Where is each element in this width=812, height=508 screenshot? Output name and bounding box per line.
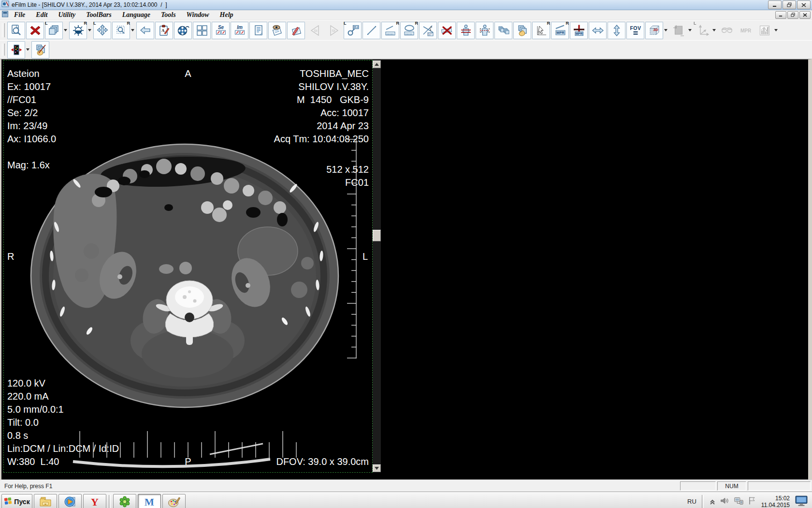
view-3d-dropdown[interactable]	[663, 22, 668, 39]
overlay-line: Tilt: 0.0	[7, 416, 119, 429]
measure-distance-button[interactable]: R	[381, 22, 399, 39]
taskbar-separator	[109, 495, 111, 508]
mpr-cross-icon: MPR	[573, 24, 585, 37]
language-indicator[interactable]: RU	[687, 498, 696, 505]
open-images-button[interactable]	[7, 22, 25, 39]
histogram-dropdown[interactable]	[773, 22, 779, 39]
collapse-image-dropdown[interactable]	[25, 42, 30, 58]
taskbar: Пуск YM RU 15:02 11.04.2015	[0, 492, 812, 508]
volume-icon[interactable]	[719, 495, 730, 508]
orientation-cube-dropdown[interactable]	[711, 22, 717, 39]
image-selector-button[interactable]: Im	[231, 22, 248, 39]
overlay-line: SHILOV I.V.38Y.	[274, 80, 369, 93]
edit-report-button[interactable]	[287, 22, 305, 39]
measure-ellipse-mouse-badge: R	[415, 21, 419, 26]
stack-scroll-button[interactable]	[31, 41, 49, 59]
clock[interactable]: 15:02 11.04.2015	[761, 495, 790, 508]
close-images-button[interactable]	[26, 22, 44, 39]
probe-button[interactable]: 35.2L	[344, 22, 362, 39]
flip-horizontal-button[interactable]	[589, 22, 607, 39]
view-report-button[interactable]	[268, 22, 286, 39]
flag-icon[interactable]	[747, 495, 757, 508]
scout-lines-button[interactable]	[457, 22, 475, 39]
child-restore-button[interactable]	[787, 11, 798, 19]
tile-images-button[interactable]	[193, 22, 211, 39]
empty-viewport[interactable]	[381, 60, 808, 472]
toolbar-grip[interactable]	[2, 44, 5, 56]
close-button[interactable]	[797, 0, 811, 9]
series-selector-button[interactable]: Se	[212, 22, 230, 39]
overlay-line	[7, 146, 56, 159]
icq-taskbar-button[interactable]	[113, 494, 136, 508]
show-desktop-icon[interactable]	[794, 494, 809, 508]
link-series-button[interactable]	[494, 22, 512, 39]
pan-mouse-badge: L	[93, 21, 96, 26]
cursor-3d-button[interactable]: R	[532, 22, 550, 39]
menu-tools[interactable]: Tools	[156, 11, 181, 19]
annotations-button[interactable]: A	[155, 22, 173, 39]
scrollbar-thumb[interactable]	[373, 230, 381, 241]
window-level-dropdown[interactable]	[87, 22, 92, 39]
network-icon[interactable]	[733, 495, 744, 508]
stack-hand-pen-icon	[34, 44, 47, 56]
mpr-orthogonal-button[interactable]: MPR	[570, 22, 588, 39]
cine-button[interactable]	[174, 22, 192, 39]
delete-measurements-button[interactable]	[438, 22, 456, 39]
status-cell-2	[748, 481, 811, 491]
svg-text:Y: Y	[91, 496, 99, 508]
browse-stack-button[interactable]	[513, 22, 531, 39]
menu-edit[interactable]: Edit	[30, 11, 53, 19]
series-presentation-button[interactable]: L	[45, 22, 63, 39]
restore-button[interactable]	[783, 0, 796, 9]
m-app-taskbar-button[interactable]: M	[138, 494, 161, 508]
app-icon	[1, 0, 9, 10]
gray-square-icon	[672, 24, 685, 37]
fov-button[interactable]: FOV	[626, 22, 644, 39]
fov-glyph-icon: FOV	[629, 24, 642, 37]
start-button[interactable]: Пуск	[1, 494, 32, 508]
scrollbar-track[interactable]	[373, 68, 381, 464]
pen-document-icon	[290, 24, 303, 37]
child-close-button[interactable]	[799, 11, 811, 19]
stacks-pair-icon	[497, 24, 510, 37]
svg-text:MPR: MPR	[740, 28, 751, 33]
menu-help[interactable]: Help	[215, 11, 239, 19]
media-player-taskbar-button[interactable]	[58, 494, 82, 508]
zoom-dropdown[interactable]	[130, 22, 135, 39]
measure-ellipse-button[interactable]: R	[400, 22, 418, 39]
menu-toolbars[interactable]: ToolBars	[81, 11, 116, 19]
body-lines-icon	[460, 24, 472, 37]
scroll-up-button[interactable]	[373, 60, 381, 68]
orientation-right: L	[362, 250, 368, 263]
line-button[interactable]	[362, 22, 380, 39]
minimize-button[interactable]	[768, 0, 782, 9]
reset-button[interactable]	[136, 22, 154, 39]
mpr-oblique-button[interactable]: MPRR	[551, 22, 569, 39]
document-icon[interactable]	[1, 11, 9, 19]
clip-plane-dropdown[interactable]	[687, 22, 693, 39]
menu-file[interactable]: File	[9, 11, 30, 19]
pan-button[interactable]: L	[93, 22, 111, 39]
paint-taskbar-button[interactable]	[162, 494, 186, 508]
start-label: Пуск	[14, 498, 29, 506]
yandex-browser-taskbar-button[interactable]: Y	[83, 494, 106, 508]
svg-text:MPR: MPR	[575, 32, 582, 35]
ct-viewport[interactable]: AsteionEx: 10017//FC01Se: 2/2Im: 23/49Ax…	[4, 60, 372, 472]
explorer-taskbar-button[interactable]	[34, 494, 57, 508]
menu-language[interactable]: Language	[117, 11, 156, 19]
toolbar-grip[interactable]	[2, 23, 5, 37]
view-3d-button[interactable]: 3D	[645, 22, 663, 39]
child-minimize-button[interactable]	[775, 11, 786, 19]
menu-window[interactable]: Window	[181, 11, 215, 19]
zoom-button[interactable]: R	[112, 22, 130, 39]
show-hidden-icons-chevron[interactable]	[709, 496, 716, 508]
localizer-lines-button[interactable]	[476, 22, 493, 39]
collapse-image-button[interactable]	[7, 41, 25, 59]
series-presentation-dropdown[interactable]	[63, 22, 68, 39]
scroll-down-button[interactable]	[373, 464, 381, 472]
measure-angle-button[interactable]: θ57°	[419, 22, 437, 39]
menu-utility[interactable]: Utility	[53, 11, 81, 19]
window-level-button[interactable]: R	[69, 22, 87, 39]
flip-vertical-button[interactable]	[608, 22, 625, 39]
report-button[interactable]	[249, 22, 267, 39]
